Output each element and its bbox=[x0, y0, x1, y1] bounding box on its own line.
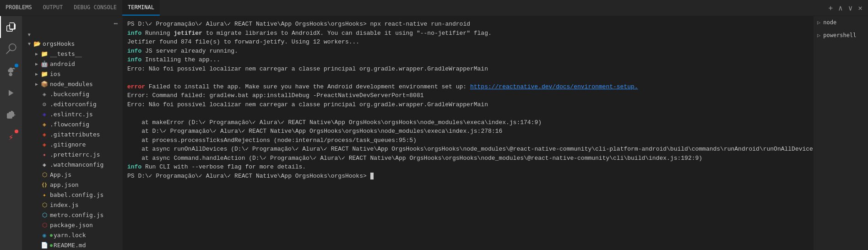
terminal-line: info JS server already running. bbox=[127, 48, 238, 54]
file-icon-babelconfig: ✦ bbox=[40, 191, 49, 198]
file-label-gitattributes: .gitattributes bbox=[50, 131, 100, 138]
sidebar-item-editorconfig[interactable]: ⚙.editorconfig bbox=[22, 99, 123, 109]
terminal-tab-icon-powershell: ▷ bbox=[817, 32, 820, 38]
sidebar-item-gitignore[interactable]: ◈.gitignore bbox=[22, 139, 123, 149]
file-label-android: android bbox=[50, 60, 75, 67]
file-icon-indexjs: ⬡ bbox=[40, 201, 49, 208]
sidebar-item-gitattributes[interactable]: ◈.gitattributes bbox=[22, 129, 123, 139]
sidebar-item-indexjs[interactable]: ⬡index.js bbox=[22, 200, 123, 210]
sidebar-item-orgshooks[interactable]: ▼📂orgsHooks bbox=[22, 38, 123, 49]
file-label-buckconfig: .buckconfig bbox=[50, 91, 89, 98]
sidebar-item-appjs[interactable]: ⬡App.js bbox=[22, 169, 123, 179]
tree-arrow-tests: ▶ bbox=[33, 51, 40, 56]
terminal-area: PS D:\✓ Programação\✓ Alura\✓ REACT Nati… bbox=[123, 16, 813, 250]
file-label-packagejson: package.json bbox=[50, 222, 93, 228]
terminal-tab-label-powershell: powershell bbox=[823, 32, 856, 38]
activity-explorer[interactable] bbox=[0, 16, 22, 38]
sidebar: ⋯ ▼ ▼📂orgsHooks▶📁__tests__▶🤖android▶📁ios… bbox=[22, 16, 123, 250]
sidebar-item-readme[interactable]: 📄●README.md bbox=[22, 240, 123, 250]
terminal-tab-node[interactable]: ▷node bbox=[814, 16, 868, 29]
terminal-line: at makeError (D:\✓ Programação\✓ Alura\✓… bbox=[127, 119, 542, 126]
sidebar-item-ios[interactable]: ▶📁ios bbox=[22, 69, 123, 79]
terminal-tab-label-node: node bbox=[823, 19, 836, 26]
terminal-tab-powershell[interactable]: ▷powershell bbox=[814, 29, 868, 42]
file-label-appjson: app.json bbox=[50, 181, 79, 188]
tab-debug-console[interactable]: DEBUG CONSOLE bbox=[68, 0, 122, 16]
new-terminal-icon[interactable]: + bbox=[826, 3, 835, 13]
terminal-line: at async Command.handleAction (D:\✓ Prog… bbox=[127, 155, 702, 162]
file-icon-editorconfig: ⚙ bbox=[40, 101, 49, 108]
file-icon-orgshooks: 📂 bbox=[33, 40, 41, 47]
file-label-orgshooks: orgsHooks bbox=[43, 40, 75, 47]
sidebar-item-buckconfig[interactable]: ◈.buckconfig bbox=[22, 89, 123, 99]
sidebar-item-node_modules[interactable]: ▶📦node_modules bbox=[22, 79, 123, 89]
sidebar-item-watchmanconfig[interactable]: ◈.watchmanconfig bbox=[22, 159, 123, 169]
tree-arrow-orgshooks: ▼ bbox=[26, 41, 33, 46]
terminal-link[interactable]: https://reactnative.dev/docs/environment… bbox=[470, 83, 638, 90]
close-panel-icon[interactable]: × bbox=[856, 3, 864, 13]
terminal-line: info Run CLI with --verbose flag for mor… bbox=[127, 163, 306, 170]
sidebar-item-yarnlock[interactable]: ◉●yarn.lock bbox=[22, 230, 123, 240]
file-label-readme: README.md bbox=[54, 242, 86, 249]
file-icon-readme: 📄 bbox=[40, 242, 49, 249]
sidebar-item-babelconfig[interactable]: ✦babel.config.js bbox=[22, 190, 123, 200]
file-icon-ios: 📁 bbox=[40, 71, 49, 77]
file-label-appjs: App.js bbox=[50, 171, 71, 178]
terminal-content[interactable]: PS D:\✓ Programação\✓ Alura\✓ REACT Nati… bbox=[123, 16, 813, 250]
sidebar-section-app[interactable]: ▼ bbox=[22, 31, 123, 38]
tab-bar: PROBLEMS OUTPUT DEBUG CONSOLE TERMINAL +… bbox=[0, 0, 868, 16]
terminal-line: Erro: Não foi possível localizar nem car… bbox=[127, 101, 488, 108]
tab-problems[interactable]: PROBLEMS bbox=[0, 0, 38, 16]
terminal-line: at D:\✓ Programação\✓ Alura\✓ REACT Nati… bbox=[127, 128, 502, 135]
file-icon-appjson: {} bbox=[40, 182, 49, 187]
tab-output[interactable]: OUTPUT bbox=[38, 0, 68, 16]
sidebar-item-tests[interactable]: ▶📁__tests__ bbox=[22, 49, 123, 59]
sidebar-item-prettierrc[interactable]: ✦.prettierrc.js bbox=[22, 149, 123, 159]
maximize-panel-icon[interactable]: ∧ bbox=[836, 3, 845, 13]
tree-arrow-ios: ▶ bbox=[33, 71, 40, 76]
file-icon-yarnlock: ◉ bbox=[40, 232, 49, 239]
sidebar-item-flowconfig[interactable]: ◈.flowconfig bbox=[22, 119, 123, 129]
tab-terminal[interactable]: TERMINAL bbox=[122, 0, 160, 16]
activity-search[interactable] bbox=[0, 38, 22, 60]
file-icon-appjs: ⬡ bbox=[40, 171, 49, 178]
file-icon-flowconfig: ◈ bbox=[40, 121, 49, 128]
sidebar-item-android[interactable]: ▶🤖android bbox=[22, 59, 123, 69]
readme-status-dot: ● bbox=[50, 243, 53, 248]
activity-bar: ⚡ bbox=[0, 16, 22, 250]
file-icon-node_modules: 📦 bbox=[40, 81, 49, 87]
file-icon-buckconfig: ◈ bbox=[40, 91, 49, 98]
terminal-line: Erro: Não foi possível localizar nem car… bbox=[127, 65, 488, 72]
terminal-prompt-end: PS D:\✓ Programação\✓ Alura\✓ REACT Nati… bbox=[127, 173, 374, 179]
file-label-indexjs: index.js bbox=[50, 201, 79, 208]
tree-arrow-node_modules: ▶ bbox=[33, 82, 40, 87]
sidebar-item-eslintrc[interactable]: ◈.eslintrc.js bbox=[22, 109, 123, 119]
file-label-watchmanconfig: .watchmanconfig bbox=[50, 161, 103, 168]
section-arrow: ▼ bbox=[26, 32, 33, 37]
activity-extensions[interactable] bbox=[0, 104, 22, 126]
file-label-editorconfig: .editorconfig bbox=[50, 101, 97, 108]
terminal-line: at async runOnAllDevices (D:\✓ Programaç… bbox=[127, 146, 813, 152]
activity-remote[interactable]: ⚡ bbox=[0, 126, 22, 148]
sidebar-item-packagejson[interactable]: ⬡package.json bbox=[22, 220, 123, 230]
file-icon-packagejson: ⬡ bbox=[40, 222, 49, 228]
sidebar-item-metroconfig[interactable]: ⬡metro.config.js bbox=[22, 210, 123, 220]
file-icon-metroconfig: ⬡ bbox=[40, 212, 49, 218]
file-label-gitignore: .gitignore bbox=[50, 141, 86, 148]
activity-run[interactable] bbox=[0, 82, 22, 104]
terminal-line: Jetifier found 874 file(s) to forward-je… bbox=[127, 38, 359, 45]
file-icon-tests: 📁 bbox=[40, 50, 49, 57]
sidebar-item-appjson[interactable]: {}app.json bbox=[22, 179, 123, 190]
terminal-line: info Installing the app... bbox=[127, 56, 220, 63]
terminal-prompt-path: PS D:\✓ Programação\✓ Alura\✓ REACT Nati… bbox=[127, 21, 470, 27]
file-label-node_modules: node_modules bbox=[50, 81, 93, 87]
file-icon-android: 🤖 bbox=[40, 60, 49, 67]
activity-source-control[interactable] bbox=[0, 60, 22, 82]
sidebar-more-icon[interactable]: ⋯ bbox=[114, 20, 118, 27]
file-label-yarnlock: yarn.lock bbox=[54, 232, 86, 239]
file-label-ios: ios bbox=[50, 71, 60, 77]
file-label-flowconfig: .flowconfig bbox=[50, 121, 89, 128]
file-label-babelconfig: babel.config.js bbox=[50, 191, 103, 198]
minimize-panel-icon[interactable]: ∨ bbox=[846, 3, 855, 13]
terminal-line: at process.processTicksAndRejections (no… bbox=[127, 137, 417, 144]
